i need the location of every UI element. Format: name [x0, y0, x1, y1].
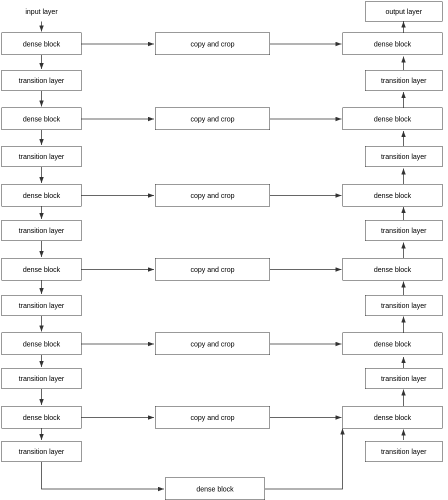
- dense-block-2-right: dense block: [342, 108, 442, 130]
- dense-block-6-right: dense block: [342, 406, 442, 428]
- transition-layer-4-right: transition layer: [365, 295, 442, 316]
- dense-block-1-right: dense block: [342, 32, 442, 55]
- transition-layer-3-left: transition layer: [2, 220, 82, 241]
- dense-block-6-left: dense block: [2, 406, 82, 428]
- copy-and-crop-4: copy and crop: [155, 258, 270, 280]
- transition-layer-2-right: transition layer: [365, 146, 442, 167]
- dense-block-2-left: dense block: [2, 108, 82, 130]
- copy-and-crop-6: copy and crop: [155, 406, 270, 428]
- transition-layer-2-left: transition layer: [2, 146, 82, 167]
- copy-and-crop-2: copy and crop: [155, 108, 270, 130]
- dense-block-3-right: dense block: [342, 184, 442, 206]
- output-layer-box: output layer: [365, 2, 442, 22]
- copy-and-crop-5: copy and crop: [155, 332, 270, 355]
- dense-block-5-left: dense block: [2, 332, 82, 355]
- transition-layer-6-right: transition layer: [365, 441, 442, 462]
- svg-line-26: [392, 428, 404, 440]
- dense-block-bottom: dense block: [165, 478, 265, 500]
- dense-block-5-right: dense block: [342, 332, 442, 355]
- transition-layer-1-right: transition layer: [365, 70, 442, 91]
- dense-block-3-left: dense block: [2, 184, 82, 206]
- dense-block-4-left: dense block: [2, 258, 82, 280]
- transition-layer-5-right: transition layer: [365, 368, 442, 389]
- copy-and-crop-3: copy and crop: [155, 184, 270, 206]
- transition-layer-3-right: transition layer: [365, 220, 442, 241]
- transition-layer-6-left: transition layer: [2, 441, 82, 462]
- copy-and-crop-1: copy and crop: [155, 32, 270, 55]
- input-layer-label: input layer: [2, 2, 82, 22]
- diagram: input layer output layer dense block cop…: [0, 0, 448, 500]
- transition-layer-4-left: transition layer: [2, 295, 82, 316]
- dense-block-4-right: dense block: [342, 258, 442, 280]
- transition-layer-1-left: transition layer: [2, 70, 82, 91]
- svg-line-27: [392, 428, 404, 440]
- transition-layer-5-left: transition layer: [2, 368, 82, 389]
- dense-block-1-left: dense block: [2, 32, 82, 55]
